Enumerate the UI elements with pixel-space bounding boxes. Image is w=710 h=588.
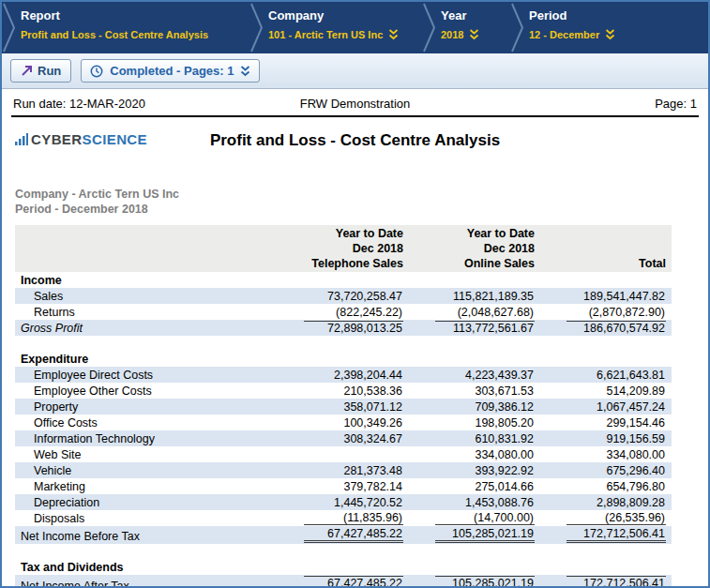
cell-value: (26,535.96)	[540, 510, 672, 526]
cell-value	[409, 351, 540, 367]
value-text: 189,541,447.82	[566, 290, 666, 303]
value-text: 1,453,088.76	[435, 496, 535, 509]
cell-value: 6,621,643.81	[540, 367, 672, 383]
header-rule	[11, 115, 699, 117]
double-chevron-down-icon[interactable]	[388, 29, 399, 40]
value-text: 72,898,013.25	[304, 321, 403, 335]
report-viewer-window: Report Profit and Loss - Cost Centre Ana…	[0, 0, 710, 588]
value-text: 2,398,204.44	[304, 369, 403, 382]
cell-value: 393,922.92	[409, 462, 540, 478]
chevron-right-separator-icon	[2, 2, 17, 53]
row-label: Net Income After Tax	[15, 575, 278, 588]
logo-text-science: SCIENCE	[83, 131, 147, 147]
double-chevron-down-icon[interactable]	[605, 29, 615, 40]
cell-value: 610,831.92	[409, 430, 540, 446]
cell-value: 299,154.46	[540, 415, 672, 430]
run-button[interactable]: Run	[10, 59, 71, 83]
cell-value: 1,067,457.24	[540, 399, 672, 415]
row-label: Sales	[15, 288, 278, 304]
value-text: 514,209.89	[566, 384, 666, 398]
cell-value: (822,245.22)	[278, 304, 409, 320]
column-header-total: Total	[540, 225, 672, 273]
value-text: (822,245.22)	[304, 306, 403, 319]
cell-value: 115,821,189.35	[409, 288, 540, 304]
breadcrumb-segment-year[interactable]: Year 2018	[437, 2, 510, 53]
spacer-row	[15, 544, 672, 559]
cell-value: 210,538.36	[278, 383, 409, 399]
table-row: Net Income Before Tax67,427,485.22105,28…	[15, 526, 672, 544]
row-label: Expenditure	[15, 351, 278, 367]
cell-value: 113,772,561.67	[409, 320, 540, 336]
row-label: Tax and Dividends	[15, 559, 278, 575]
row-label: Depreciation	[15, 494, 278, 510]
table-row: Vehicle281,373.48393,922.92675,296.40	[15, 462, 672, 478]
column-header-online-sales: Year to Date Dec 2018 Online Sales	[409, 225, 540, 273]
report-table-body: IncomeSales73,720,258.47115,821,189.3518…	[15, 272, 672, 588]
cell-value	[540, 272, 672, 288]
cell-value: 919,156.59	[540, 430, 672, 446]
row-label: Web Site	[15, 446, 278, 462]
cell-value: 334,080.00	[409, 446, 540, 462]
cell-value: 2,398,204.44	[278, 367, 409, 383]
cell-value: (11,835.96)	[278, 510, 409, 526]
run-button-label: Run	[38, 64, 61, 78]
cell-value: 186,670,574.92	[540, 320, 672, 336]
value-text: 654,796.80	[566, 480, 666, 493]
row-label: Employee Direct Costs	[15, 367, 278, 383]
toolbar: Run Completed - Pages: 1	[2, 53, 708, 89]
table-row: Marketing379,782.14275,014.66654,796.80	[15, 478, 672, 494]
cell-value: 4,223,439.37	[409, 367, 540, 383]
value-text: 105,285,021.19	[435, 576, 535, 588]
value-text: 6,621,643.81	[566, 369, 666, 382]
table-row: Gross Profit72,898,013.25113,772,561.671…	[15, 320, 672, 336]
value-text: 105,285,021.19	[435, 527, 535, 543]
cell-value: 654,796.80	[540, 478, 672, 494]
value-text: 172,712,506.41	[566, 527, 666, 543]
table-row: Returns(822,245.22)(2,048,627.68)(2,870,…	[15, 304, 672, 320]
table-row: Expenditure	[15, 351, 672, 367]
value-text: 919,156.59	[566, 432, 666, 445]
breadcrumb-segment-report[interactable]: Report Profit and Loss - Cost Centre Ana…	[17, 2, 249, 53]
value-text: 281,373.48	[304, 464, 403, 477]
cell-value: 67,427,485.22	[278, 526, 409, 544]
table-row: Property358,071.12709,386.121,067,457.24	[15, 399, 672, 415]
segment-title: Company	[268, 8, 409, 23]
breadcrumb: Report Profit and Loss - Cost Centre Ana…	[2, 2, 708, 53]
value-text: (2,870,872.90)	[566, 306, 666, 319]
cell-value: 1,453,088.76	[409, 494, 540, 510]
cell-value: 198,805.20	[409, 415, 540, 430]
cell-value: 281,373.48	[278, 462, 409, 478]
double-chevron-down-icon[interactable]	[240, 66, 250, 77]
cell-value	[278, 272, 409, 288]
segment-title: Period	[529, 8, 634, 23]
row-label: Vehicle	[15, 462, 278, 478]
title-row: CYBERSCIENCE Profit and Loss - Cost Cent…	[2, 125, 708, 166]
value-text: 210,538.36	[304, 384, 403, 398]
table-row: Depreciation1,445,720.521,453,088.762,89…	[15, 494, 672, 510]
breadcrumb-segment-company[interactable]: Company 101 - Arctic Tern US Inc	[264, 2, 422, 53]
value-text: 303,671.53	[435, 384, 535, 398]
table-header-row: Year to Date Dec 2018 Telephone Sales Ye…	[15, 225, 672, 273]
value-text: 67,427,485.22	[304, 576, 403, 588]
cell-value	[278, 559, 409, 575]
spacer-row	[15, 336, 672, 351]
cell-value: 67,427,485.22	[278, 575, 409, 588]
cell-value: 275,014.66	[409, 478, 540, 494]
row-label: Office Costs	[15, 415, 278, 430]
double-chevron-down-icon[interactable]	[469, 29, 479, 40]
value-text: 115,821,189.35	[435, 290, 535, 303]
row-label: Property	[15, 399, 278, 415]
value-text: 4,223,439.37	[435, 369, 535, 382]
run-date: Run date: 12-MAR-2020	[13, 97, 241, 111]
value-text: 393,922.92	[435, 464, 535, 477]
cell-value: 100,349.26	[278, 415, 409, 430]
table-row: Income	[15, 272, 672, 288]
row-label: Employee Other Costs	[15, 383, 278, 399]
segment-value: Profit and Loss - Cost Centre Analysis	[21, 29, 236, 40]
value-text: 198,805.20	[435, 416, 535, 430]
cell-value	[278, 446, 409, 462]
value-text: 299,154.46	[566, 416, 666, 430]
status-dropdown[interactable]: Completed - Pages: 1	[81, 59, 260, 83]
breadcrumb-segment-period[interactable]: Period 12 - December	[525, 2, 647, 53]
segment-value: 12 - December	[529, 29, 634, 40]
